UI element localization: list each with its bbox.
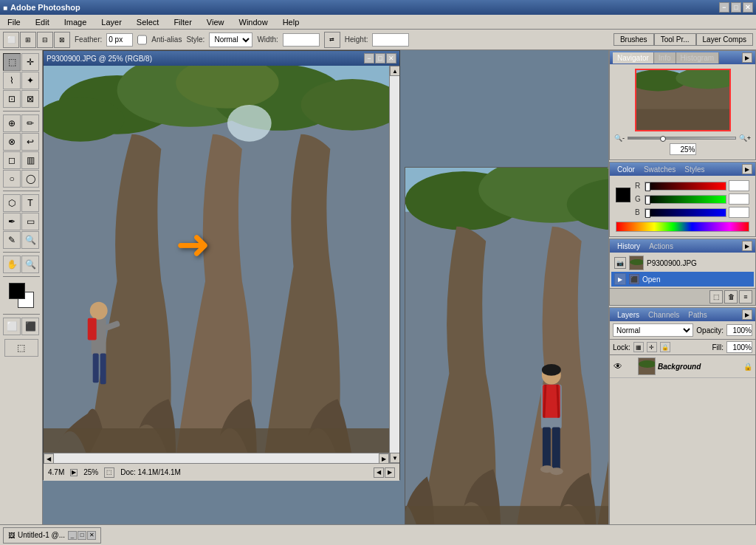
paths-tab[interactable]: Paths xyxy=(684,309,712,321)
fill-input[interactable] xyxy=(726,341,752,353)
scroll-right-btn[interactable]: ▶ xyxy=(379,453,389,463)
histogram-tab[interactable]: Histogram xyxy=(676,52,720,64)
quickmask-mode-btn[interactable]: ⬛ xyxy=(21,318,39,335)
scroll-up-btn[interactable]: ▲ xyxy=(390,66,399,76)
doc-next-btn[interactable]: ▶ xyxy=(385,467,395,478)
history-item-0[interactable]: 📷 P9300900.JPG xyxy=(611,254,754,272)
layers-panel-expand[interactable]: ▶ xyxy=(742,309,752,320)
info-tab[interactable]: Info xyxy=(654,52,676,64)
navigator-panel-expand[interactable]: ▶ xyxy=(742,52,752,63)
add-select-btn[interactable]: ⊞ xyxy=(20,32,36,48)
history-panel-expand[interactable]: ▶ xyxy=(742,241,752,251)
inter-select-btn[interactable]: ⊠ xyxy=(54,32,70,48)
scroll-left-btn[interactable]: ◀ xyxy=(44,453,54,463)
layer-row-background[interactable]: 👁 Background 🔒 xyxy=(610,355,755,378)
sub-select-btn[interactable]: ⊟ xyxy=(37,32,53,48)
menu-help[interactable]: Help xyxy=(278,16,304,28)
zoom-plus-btn[interactable]: 🔍+ xyxy=(739,134,751,142)
blur-tool[interactable]: ○ xyxy=(3,170,21,188)
history-tab[interactable]: History xyxy=(613,241,645,252)
menu-file[interactable]: File xyxy=(3,16,25,28)
close-button[interactable]: ✕ xyxy=(743,2,753,13)
slice-tool[interactable]: ⊠ xyxy=(21,90,39,108)
doc-maximize-btn[interactable]: □ xyxy=(375,53,385,64)
layer-visibility-eye[interactable]: 👁 xyxy=(613,361,623,371)
menu-layer[interactable]: Layer xyxy=(97,16,126,28)
doc-prev-btn[interactable]: ◀ xyxy=(374,467,384,478)
history-brush-tool[interactable]: ↩ xyxy=(21,133,39,151)
history-item-1[interactable]: ▶ ⬛ Open xyxy=(611,272,754,287)
taskbar-ps-item[interactable]: 🖼 Untitled-1 @... _ □ ✕ xyxy=(3,527,101,544)
path-tool[interactable]: ⬡ xyxy=(3,194,21,212)
style-select[interactable]: Normal xyxy=(209,32,252,47)
zoom-minus-btn[interactable]: 🔍- xyxy=(614,134,625,142)
shape-tool[interactable]: ▭ xyxy=(21,213,39,230)
layer-comps-tab[interactable]: Layer Comps xyxy=(696,33,753,46)
doc-close-btn[interactable]: ✕ xyxy=(386,53,396,64)
layers-tab[interactable]: Layers xyxy=(613,309,644,321)
eraser-tool[interactable]: ◻ xyxy=(3,151,21,169)
maximize-button[interactable]: □ xyxy=(731,2,741,13)
actions-tab[interactable]: Actions xyxy=(645,241,678,252)
opacity-input[interactable] xyxy=(726,324,752,336)
channels-tab[interactable]: Channels xyxy=(644,309,684,321)
marquee-tool[interactable]: ⬚ xyxy=(3,53,21,71)
g-slider[interactable] xyxy=(645,195,726,204)
zoom-tool[interactable]: 🔍 xyxy=(21,256,39,273)
doc-status-expand[interactable]: ▶ xyxy=(70,469,78,476)
clone-tool[interactable]: ⊗ xyxy=(3,133,21,151)
swatches-tab[interactable]: Swatches xyxy=(639,164,680,175)
crop-tool[interactable]: ⊡ xyxy=(3,90,21,108)
taskbar-max-btn[interactable]: □ xyxy=(78,531,86,540)
tool-presets-tab[interactable]: Tool Pr... xyxy=(654,33,696,46)
taskbar-close-btn[interactable]: ✕ xyxy=(87,531,96,540)
styles-tab[interactable]: Styles xyxy=(680,164,709,175)
pen-tool[interactable]: ✒ xyxy=(3,213,21,230)
color-panel-expand[interactable]: ▶ xyxy=(742,164,752,174)
standard-mode-btn[interactable]: ⬜ xyxy=(3,318,21,335)
r-input[interactable]: 0 xyxy=(729,180,749,191)
color-tab[interactable]: Color xyxy=(613,164,639,175)
r-slider[interactable] xyxy=(645,182,726,191)
hand-tool[interactable]: ✋ xyxy=(3,256,21,273)
magic-wand-tool[interactable]: ✦ xyxy=(21,72,39,89)
dodge-tool[interactable]: ◯ xyxy=(21,170,39,188)
screen-mode-btn[interactable]: ⬚ xyxy=(4,339,38,357)
horizontal-scrollbar[interactable]: ◀ ▶ xyxy=(44,453,389,463)
eyedropper-tool[interactable]: 🔍 xyxy=(21,231,39,249)
menu-image[interactable]: Image xyxy=(60,16,92,28)
text-tool[interactable]: T xyxy=(21,194,39,212)
lasso-tool[interactable]: ⌇ xyxy=(3,72,21,89)
scroll-down-btn[interactable]: ▼ xyxy=(390,453,399,463)
lock-position-btn[interactable]: ✛ xyxy=(647,342,657,352)
g-input[interactable]: 0 xyxy=(729,193,749,205)
feather-input[interactable] xyxy=(106,33,133,47)
menu-window[interactable]: Window xyxy=(235,16,272,28)
menu-filter[interactable]: Filter xyxy=(169,16,196,28)
history-new-btn[interactable]: ⬚ xyxy=(709,290,723,304)
healing-tool[interactable]: ⊕ xyxy=(3,114,21,132)
menu-view[interactable]: View xyxy=(202,16,229,28)
width-input[interactable] xyxy=(283,33,320,47)
move-tool[interactable]: ✛ xyxy=(21,53,39,71)
doc-minimize-btn[interactable]: − xyxy=(364,53,374,64)
rect-select-btn[interactable]: ⬜ xyxy=(3,32,19,48)
lock-all-btn[interactable]: 🔒 xyxy=(660,342,670,352)
taskbar-min-btn[interactable]: _ xyxy=(68,531,77,540)
gradient-tool[interactable]: ▥ xyxy=(21,151,39,169)
blend-mode-select[interactable]: Normal xyxy=(613,323,693,337)
brushes-tab[interactable]: Brushes xyxy=(614,33,654,46)
navigator-tab[interactable]: Navigator xyxy=(613,52,654,64)
menu-edit[interactable]: Edit xyxy=(31,16,54,28)
doc-zoom-expand[interactable]: ⬚ xyxy=(104,467,114,478)
b-slider[interactable] xyxy=(645,208,726,217)
height-input[interactable] xyxy=(372,33,409,47)
b-input[interactable]: 0 xyxy=(729,207,749,218)
zoom-input[interactable] xyxy=(670,143,696,155)
current-color-preview[interactable] xyxy=(616,188,630,202)
vertical-scrollbar[interactable]: ▲ ▼ xyxy=(389,66,399,463)
notes-tool[interactable]: ✎ xyxy=(3,231,21,249)
menu-select[interactable]: Select xyxy=(132,16,164,28)
antialias-checkbox[interactable] xyxy=(137,33,147,47)
history-extra-btn[interactable]: ≡ xyxy=(739,290,752,304)
